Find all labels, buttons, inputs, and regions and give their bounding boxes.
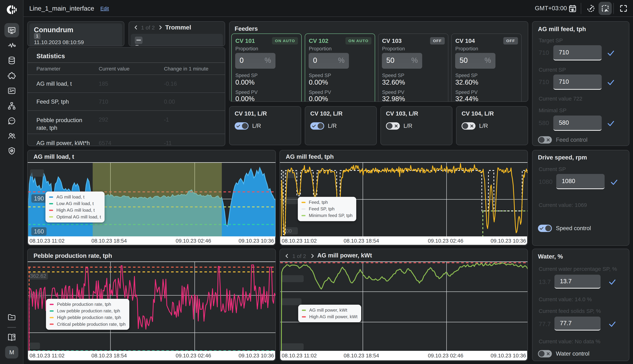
svg-text:362.62: 362.62 <box>30 273 46 279</box>
